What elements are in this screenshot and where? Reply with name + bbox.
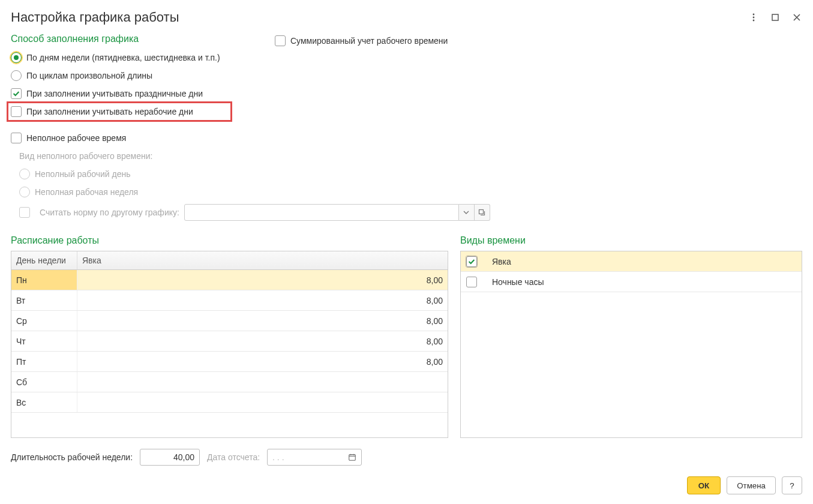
radio-by-cycles-label: По циклам произвольной длины	[26, 71, 152, 80]
checkbox-part-time[interactable]	[11, 133, 22, 143]
checkbox-consider-holidays[interactable]	[11, 88, 22, 99]
schedule-cell-attendance: 8,00	[77, 331, 448, 351]
checkbox-part-time-label: Неполное рабочее время	[26, 133, 126, 143]
svg-rect-5	[349, 455, 356, 461]
radio-part-week-label: Неполная рабочая неделя	[35, 187, 138, 197]
week-duration-value: 40,00	[173, 452, 194, 462]
time-type-label: Явка	[487, 257, 802, 266]
time-type-row[interactable]: Ночные часы	[461, 272, 802, 292]
open-button	[475, 204, 490, 221]
date-from-placeholder: . . .	[272, 452, 284, 462]
cancel-button[interactable]: Отмена	[727, 476, 776, 494]
svg-rect-4	[479, 210, 484, 214]
svg-point-2	[753, 20, 755, 22]
schedule-cell-day: Пт	[11, 352, 77, 371]
schedule-col-day: День недели	[11, 251, 77, 269]
checkbox-consider-nonworking-label: При заполнении учитывать нерабочие дни	[26, 107, 193, 116]
schedule-cell-day: Вс	[11, 392, 77, 412]
radio-part-day-label: Неполный рабочий день	[35, 169, 131, 179]
schedule-heading: Расписание работы	[11, 235, 448, 246]
close-icon[interactable]	[791, 12, 802, 23]
schedule-row[interactable]: Пт8,00	[11, 352, 448, 372]
schedule-cell-attendance: 8,00	[77, 270, 448, 290]
schedule-cell-attendance	[77, 392, 448, 412]
radio-by-weekdays-label: По дням недели (пятидневка, шестидневка …	[26, 53, 220, 62]
schedule-row[interactable]: Вт8,00	[11, 290, 448, 311]
window-title: Настройка графика работы	[11, 10, 179, 25]
svg-point-1	[753, 17, 755, 19]
schedule-row[interactable]: Сб	[11, 372, 448, 392]
time-type-row[interactable]: Явка	[461, 251, 802, 272]
checkbox-consider-nonworking[interactable]	[11, 106, 22, 117]
week-duration-input[interactable]: 40,00	[140, 449, 200, 466]
fill-method-heading: Способ заполнения графика	[11, 34, 251, 44]
schedule-cell-day: Сб	[11, 372, 77, 392]
schedule-cell-day: Вт	[11, 290, 77, 310]
radio-by-weekdays[interactable]	[11, 52, 22, 63]
schedule-col-attendance: Явка	[77, 251, 448, 269]
svg-rect-3	[772, 14, 778, 20]
time-types-grid[interactable]: ЯвкаНочные часы	[460, 251, 802, 438]
time-type-checkbox[interactable]	[466, 277, 477, 287]
schedule-row[interactable]: Ср8,00	[11, 311, 448, 331]
schedule-grid[interactable]: День недели Явка Пн8,00Вт8,00Ср8,00Чт8,0…	[11, 251, 448, 438]
ok-button[interactable]: ОК	[687, 476, 721, 494]
schedule-row[interactable]: Чт8,00	[11, 331, 448, 352]
norm-other-schedule-input	[184, 204, 459, 221]
maximize-icon[interactable]	[770, 12, 781, 23]
time-type-checkbox[interactable]	[466, 256, 477, 267]
radio-by-cycles[interactable]	[11, 70, 22, 81]
radio-part-week	[19, 187, 30, 197]
checkbox-summed-account[interactable]	[275, 35, 286, 46]
schedule-cell-attendance: 8,00	[77, 352, 448, 371]
schedule-cell-day: Чт	[11, 331, 77, 351]
checkbox-consider-holidays-label: При заполнении учитывать праздничные дни	[26, 89, 203, 98]
checkbox-norm-by-other	[19, 207, 30, 218]
date-from-input[interactable]: . . .	[267, 449, 362, 466]
kebab-menu-icon[interactable]	[748, 12, 759, 23]
schedule-cell-day: Пн	[11, 270, 77, 290]
schedule-row[interactable]: Вс	[11, 392, 448, 413]
schedule-cell-attendance: 8,00	[77, 290, 448, 310]
calendar-icon[interactable]	[346, 451, 359, 464]
checkbox-summed-account-label: Суммированный учет рабочего времени	[290, 36, 448, 46]
schedule-cell-attendance	[77, 372, 448, 392]
dropdown-button	[459, 204, 475, 221]
schedule-row[interactable]: Пн8,00	[11, 270, 448, 290]
week-duration-label: Длительность рабочей недели:	[11, 452, 133, 462]
part-time-kind-label: Вид неполного рабочего времени:	[19, 151, 152, 161]
schedule-cell-attendance: 8,00	[77, 311, 448, 331]
schedule-cell-day: Ср	[11, 311, 77, 331]
time-type-label: Ночные часы	[487, 277, 802, 287]
help-button[interactable]: ?	[782, 476, 802, 494]
radio-part-day	[19, 169, 30, 179]
date-from-label: Дата отсчета:	[207, 452, 260, 462]
svg-point-0	[753, 14, 755, 16]
time-types-heading: Виды времени	[460, 235, 802, 246]
checkbox-norm-by-other-label: Считать норму по другому графику:	[40, 208, 179, 217]
